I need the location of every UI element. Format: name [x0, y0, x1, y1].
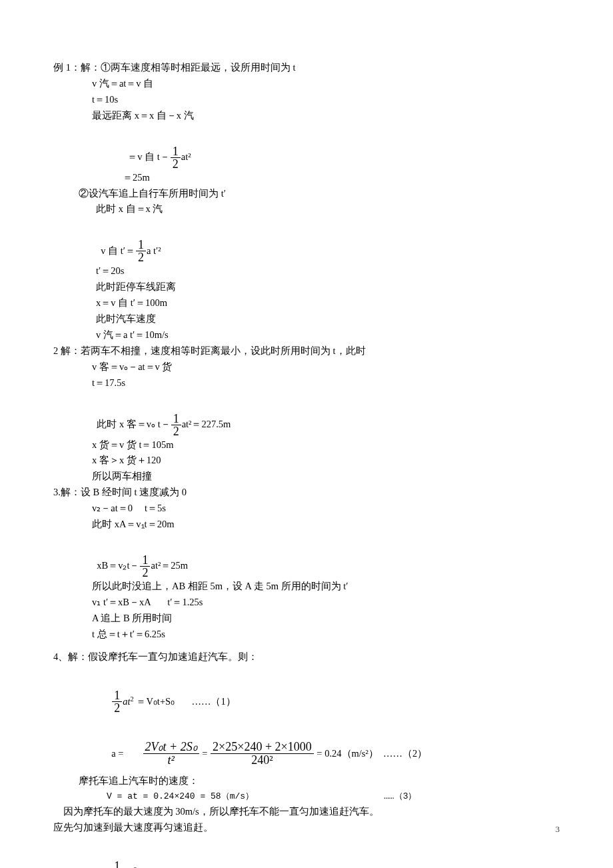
ex4-header: 4、解：假设摩托车一直匀加速追赶汽车。则：	[53, 649, 560, 665]
ex2-l3b: at²＝227.5m	[182, 414, 231, 435]
ex1-l8b: a t′²	[147, 241, 161, 262]
fraction-eq2b: 2×25×240 + 2×1000 240²	[211, 741, 314, 767]
ex4-eq4: 12 at12 + Vm(t − t1) = S0 + V0t ……（4）	[107, 836, 560, 868]
ex3-header: 3.解：设 B 经时间 t 速度减为 0	[53, 485, 560, 501]
ex4-eq1: 12 at2 ＝V₀t+S₀ ……（1）	[107, 665, 560, 715]
ex3-l2: 此时 xA＝v₁t＝20m	[92, 517, 560, 533]
fraction-half-3: 12	[171, 413, 181, 437]
ex2-l2: t＝17.5s	[92, 375, 560, 391]
ex3-l3a: xB＝v₂t－	[97, 555, 139, 577]
ex2-l4: x 货＝v 货 t＝105m	[92, 437, 560, 453]
ex4-l3: 摩托车追上汽车时的速度：	[79, 773, 560, 789]
ex1-l6: ②设汽车追上自行车所用时间为 t′	[79, 186, 560, 202]
ex2-l3: 此时 x 客＝vₒ t－ 12 at²＝227.5m	[92, 391, 560, 437]
ex4-eq1b: ＝V₀t+S₀ ……（1）	[136, 691, 235, 713]
ex3-l7: t 总＝t＋t′＝6.25s	[92, 627, 560, 643]
ex1-l4b: at²	[181, 147, 191, 168]
ex2-header: 2 解：若两车不相撞，速度相等时距离最小，设此时所用时间为 t，此时	[53, 343, 560, 359]
ex1-l10: 此时距停车线距离	[96, 279, 560, 295]
fraction-eq2a: 2V₀t + 2S₀ t²	[143, 741, 199, 767]
ex4-eq2-lhs: a =	[111, 743, 123, 765]
ex2-l5: x 客＞x 货＋120	[92, 453, 560, 469]
ex4-l4: V = at = 0.24×240 = 58（m/s） ……（3）	[107, 789, 560, 803]
ex1-l12: 此时汽车速度	[96, 311, 560, 327]
ex2-l6: 所以两车相撞	[92, 469, 560, 485]
ex3-l6: A 追上 B 所用时间	[92, 611, 560, 627]
ex4-l6: 应先匀加速到最大速度再匀速追赶。	[53, 820, 560, 836]
fraction-half-2: 12	[136, 239, 146, 263]
fraction-half-4: 12	[140, 554, 150, 579]
ex2-l3a: 此时 x 客＝vₒ t－	[97, 414, 170, 435]
ex1-l5: ＝25m	[123, 170, 560, 186]
ex1-l2: t＝10s	[92, 92, 560, 108]
ex1-l4a: ＝v 自 t－	[127, 147, 170, 168]
ex1-l13: v 汽＝a t′＝10m/s	[96, 327, 560, 343]
ex1-l1: v 汽＝at＝v 自	[92, 76, 560, 92]
ex3-l3: xB＝v₂t－ 12 at²＝25m	[92, 533, 560, 579]
ex1-l4: ＝v 自 t－ 12 at²	[123, 124, 560, 170]
ex1-l8a: v 自 t′＝	[101, 241, 135, 262]
ex1-l9: t′＝20s	[96, 263, 560, 279]
ex1-l11: x＝v 自 t′＝100m	[96, 295, 560, 311]
ex3-l3b: at²＝25m	[151, 555, 188, 577]
ex1-header: 例 1：解：①两车速度相等时相距最远，设所用时间为 t	[53, 60, 560, 76]
fraction-half-1: 12	[171, 145, 181, 170]
ex1-l7: 此时 x 自＝x 汽	[96, 201, 560, 217]
fraction-half-6: 12	[112, 860, 122, 868]
ex3-l4: 所以此时没追上，AB 相距 5m，设 A 走 5m 所用的时间为 t′	[92, 579, 560, 595]
ex4-eq2: a = 2V₀t + 2S₀ t² = 2×25×240 + 2×1000 24…	[107, 719, 560, 767]
ex4-eq2-rhs: = 0.24（m/s²） ……（2）	[316, 743, 427, 765]
ex4-l5: 因为摩托车的最大速度为 30m/s，所以摩托车不能一直匀加速追赶汽车。	[53, 804, 560, 820]
ex4-eq4-rhs: ……（4）	[229, 862, 293, 868]
fraction-half-5: 12	[112, 689, 122, 714]
page-number: 3	[556, 822, 560, 836]
ex3-l1: v₂－at＝0 t＝5s	[92, 501, 560, 517]
ex3-l5: v₁ t′＝xB－xA t′＝1.25s	[92, 595, 560, 611]
ex1-l8: v 自 t′＝ 12 a t′²	[96, 217, 560, 263]
ex2-l1: v 客＝vₒ－at＝v 货	[92, 359, 560, 375]
ex1-l3: 最远距离 x＝x 自－x 汽	[92, 108, 560, 124]
